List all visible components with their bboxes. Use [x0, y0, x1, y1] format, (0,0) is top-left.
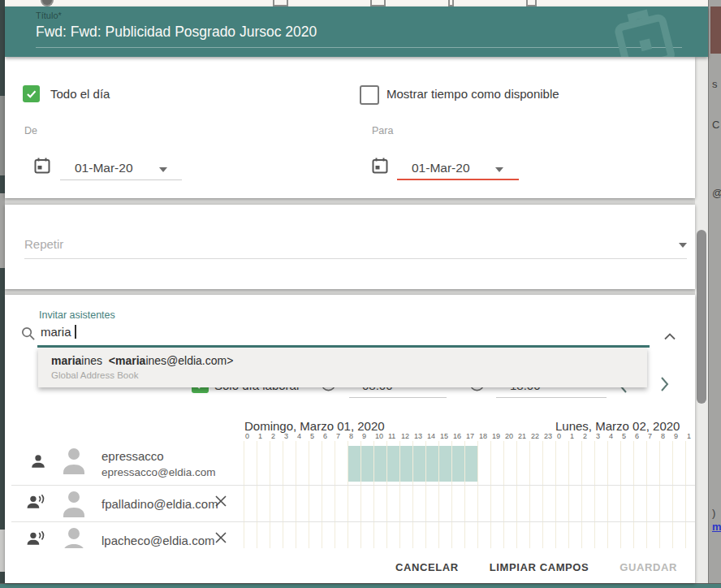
title-input[interactable]: Fwd: Fwd: Publicidad Posgrado Jursoc 202… [36, 24, 317, 41]
toolbar-fragment-icon [448, 0, 454, 6]
grid-hour-line [386, 441, 387, 548]
start-time-underline [349, 397, 447, 398]
to-caret-down-icon[interactable] [495, 167, 503, 172]
show-available-label[interactable]: Mostrar tiempo como disponible [386, 87, 559, 101]
toolbar-fragment-icon [273, 0, 288, 6]
grid-hour-line [503, 441, 504, 548]
grid-hour-line [607, 441, 608, 548]
hour-label: 10 [375, 432, 383, 440]
background-link-fragment: m [712, 521, 721, 533]
hour-label: 1 [570, 432, 574, 440]
hour-label: 7 [648, 432, 652, 440]
hour-label: 14 [427, 432, 435, 440]
hour-label: 8 [349, 432, 353, 440]
repeat-select[interactable]: Repetir [24, 237, 63, 251]
scheduler-day1-title: Domingo, Marzo 01, 2020 [244, 419, 385, 433]
grid-hour-line [399, 441, 400, 548]
hour-label: 0 [557, 432, 561, 440]
background-toolbar-strip [5, 0, 708, 6]
autocomplete-item[interactable]: mariaines <mariaines@eldia.com> [51, 354, 233, 367]
title-field-label: Título* [36, 11, 62, 20]
dialog-header: Título* Fwd: Fwd: Publicidad Posgrado Ju… [5, 6, 708, 57]
attendee-email: fpalladino@eldia.com [101, 497, 218, 511]
hour-label: 21 [518, 432, 526, 440]
hour-label: 18 [479, 432, 487, 440]
autocomplete-text-part: ines [81, 354, 108, 367]
repeat-caret-down-icon[interactable] [679, 243, 687, 248]
to-date-value[interactable]: 01-Mar-20 [412, 161, 470, 175]
grid-hour-line [633, 441, 634, 548]
hour-label: 22 [531, 432, 539, 440]
avatar-icon [62, 447, 86, 478]
autocomplete-text-part: maria [51, 354, 81, 367]
background-glyph: @ [712, 187, 721, 199]
remove-attendee-icon[interactable] [214, 530, 228, 548]
time-section-card: Todo el día Mostrar tiempo como disponib… [5, 57, 695, 198]
remove-attendee-icon[interactable] [214, 494, 228, 512]
hour-label: 13 [414, 432, 422, 440]
grid-hour-line [620, 441, 621, 548]
hour-label: 7 [336, 432, 340, 440]
grid-hour-line [490, 441, 491, 548]
hour-label: 16 [453, 432, 461, 440]
grid-hour-line [594, 441, 595, 548]
grid-hour-line [516, 441, 517, 548]
hour-label: 20 [505, 432, 513, 440]
cancel-button[interactable]: CANCELAR [391, 560, 464, 574]
grid-hour-line [309, 441, 309, 548]
to-calendar-icon[interactable] [370, 156, 390, 179]
attendee-name: epressacco [101, 449, 164, 463]
all-day-checkbox[interactable] [23, 85, 40, 102]
grid-hour-line [672, 441, 673, 548]
check-icon [25, 88, 37, 100]
hour-label: 6 [635, 432, 639, 440]
hour-label: 9 [674, 432, 678, 440]
end-time-underline [496, 397, 607, 398]
repeat-underline [24, 258, 687, 259]
hour-label: 5 [622, 432, 626, 440]
grid-hour-line [451, 441, 452, 548]
scheduler-day2-title: Lunes, Marzo 02, 2020 [555, 419, 680, 433]
row-separator [11, 521, 695, 522]
grid-hour-line [529, 441, 530, 548]
scheduler: Domingo, Marzo 01, 2020 Lunes, Marzo 02,… [5, 415, 695, 548]
repeat-section-card: Repetir [5, 205, 695, 289]
show-available-checkbox[interactable] [360, 85, 379, 105]
person-speaking-icon [26, 530, 48, 548]
hour-label: 11 [388, 432, 395, 440]
grid-hour-line [283, 441, 283, 548]
from-caret-down-icon[interactable] [159, 167, 167, 172]
grid-hour-line [659, 441, 660, 548]
grid-hour-line [322, 441, 322, 548]
hour-label: 3 [284, 432, 288, 440]
screen: s C @ ) m Título* Fwd: Fwd: Publicidad P… [0, 0, 721, 588]
title-underline [36, 47, 682, 48]
toolbar-fragment-icon [41, 0, 54, 6]
avatar-icon [62, 526, 86, 548]
avatar-icon [62, 490, 86, 521]
hour-label: 5 [310, 432, 314, 440]
next-day-chevron-right-icon[interactable] [659, 376, 669, 396]
grid-hour-line [568, 441, 569, 548]
from-date-label: De [24, 125, 37, 136]
hour-label: 2 [583, 432, 587, 440]
from-calendar-icon[interactable] [32, 156, 52, 179]
hour-label: 15 [440, 432, 448, 440]
person-speaking-icon [26, 493, 48, 514]
person-icon [29, 452, 47, 473]
background-bottom-edge [0, 583, 721, 588]
clear-fields-button[interactable]: LIMPIAR CAMPOS [485, 560, 594, 574]
hour-label: 9 [362, 432, 366, 440]
autocomplete-primary: mariaines <mariaines@eldia.com> [51, 354, 233, 367]
grid-hour-line [555, 441, 556, 548]
grid-hour-line [412, 441, 413, 548]
grid-hour-line [646, 441, 647, 548]
from-date-value[interactable]: 01-Mar-20 [75, 161, 133, 175]
grid-hour-line [425, 441, 426, 548]
grid-hour-line [581, 441, 582, 548]
scrollbar-thumb[interactable] [697, 230, 706, 404]
all-day-label[interactable]: Todo el día [50, 87, 110, 101]
grid-hour-line [477, 441, 478, 548]
row-separator [11, 485, 695, 486]
hour-label: 23 [544, 432, 552, 440]
